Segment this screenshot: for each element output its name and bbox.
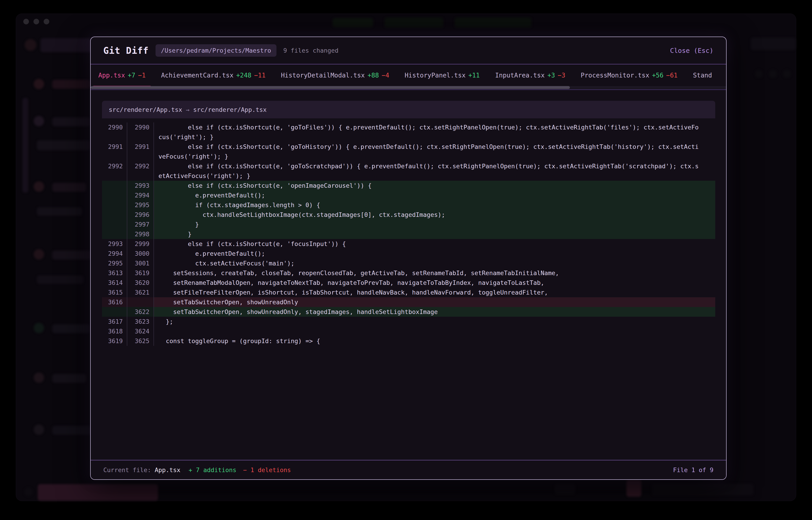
sidebar-item-blob — [22, 98, 28, 193]
tab-deletions: −61 — [666, 72, 678, 79]
diff-row-context: 36183624 — [102, 327, 715, 336]
code-cell: setTabSwitcherOpen, showUnreadOnly — [154, 297, 715, 307]
sidebar-item-blob — [34, 79, 44, 89]
window-close-button[interactable] — [23, 19, 29, 24]
diff-row-context: 36153621 setFileTreeFilterOpen, isShortc… — [102, 288, 715, 297]
old-line-number: 3618 — [102, 327, 127, 336]
new-line-number: 3620 — [127, 278, 154, 288]
old-line-number — [102, 181, 127, 190]
sidebar-item-blob — [52, 374, 86, 383]
diff-row-context: 29902990 else if (ctx.isShortcut(e, 'goT… — [102, 123, 715, 142]
old-line-number — [102, 307, 127, 317]
tab-file-name: ProcessMonitor.tsx — [581, 72, 649, 79]
titlebar-blob — [454, 18, 532, 28]
file-path-from: src/renderer/App.tsx — [109, 106, 182, 113]
new-line-number: 2994 — [127, 190, 154, 200]
repo-path-badge: /Users/pedram/Projects/Maestro — [155, 44, 277, 57]
diff-file-tab[interactable]: InputArea.tsx+3−3 — [487, 64, 573, 86]
top-right-blob — [751, 37, 796, 50]
tab-deletions: −3 — [558, 72, 565, 79]
diff-row-context: 36173623 }; — [102, 317, 715, 327]
sidebar-item-blob — [34, 116, 44, 126]
new-line-number: 2997 — [127, 219, 154, 229]
new-line-number: 3623 — [127, 317, 154, 327]
sidebar-item-blob — [52, 251, 95, 260]
new-line-number: 2991 — [127, 142, 154, 161]
window-controls — [23, 19, 49, 24]
diff-row-added: 2996 ctx.handleSetLightboxImage(ctx.stag… — [102, 210, 715, 219]
old-line-number — [102, 229, 127, 239]
diff-row-added: 3622 setTabSwitcherOpen, showUnreadOnly,… — [102, 307, 715, 317]
titlebar-blob — [385, 18, 443, 28]
old-line-number: 2995 — [102, 258, 127, 268]
old-line-number: 2993 — [102, 239, 127, 249]
code-cell: else if (ctx.isShortcut(e, 'focusInput')… — [154, 239, 715, 249]
file-path-to: src/renderer/App.tsx — [193, 106, 267, 113]
new-line-number: 2999 — [127, 239, 154, 249]
git-diff-header: Git Diff /Users/pedram/Projects/Maestro … — [91, 37, 726, 64]
sidebar-item-blob — [52, 117, 90, 126]
top-right-blob — [755, 70, 763, 78]
git-diff-modal: Git Diff /Users/pedram/Projects/Maestro … — [90, 36, 727, 480]
old-line-number: 2991 — [102, 142, 127, 161]
diff-row-context: 29932999 else if (ctx.isShortcut(e, 'foc… — [102, 239, 715, 249]
tab-deletions: −1 — [138, 72, 146, 79]
tabs-scrollbar-track — [91, 86, 726, 89]
new-line-number: 3625 — [127, 336, 154, 346]
tab-file-name: HistoryPanel.tsx — [404, 72, 466, 79]
diff-row-added: 2997 } — [102, 219, 715, 229]
diff-file-tab[interactable]: AchievementCard.tsx+248−11 — [153, 64, 273, 86]
code-cell: setFileTreeFilterOpen, isShortcut, isTab… — [154, 288, 715, 297]
close-button[interactable]: Close (Esc) — [670, 47, 713, 54]
code-cell: setSessions, createTab, closeTab, reopen… — [154, 268, 715, 278]
diff-row-added: 2995 if (ctx.stagedImages.length > 0) { — [102, 200, 715, 210]
new-line-number: 3622 — [127, 307, 154, 317]
code-cell: const toggleGroup = (groupId: string) =>… — [154, 336, 715, 346]
new-line-number: 2992 — [127, 161, 154, 181]
new-line-number: 3624 — [127, 327, 154, 336]
sidebar-item-blob — [52, 80, 91, 89]
new-line-number: 2990 — [127, 123, 154, 142]
code-cell: e.preventDefault(); — [154, 190, 715, 200]
old-line-number: 3617 — [102, 317, 127, 327]
tab-file-name: Stand — [693, 72, 712, 79]
diff-file-tab[interactable]: App.tsx+7−1 — [91, 64, 153, 86]
diff-row-context: 29922992 else if (ctx.isShortcut(e, 'goT… — [102, 161, 715, 181]
sidebar-item-blob — [34, 181, 44, 192]
diff-file-tab[interactable]: Stand — [685, 64, 719, 86]
top-right-blob — [783, 70, 791, 78]
sidebar-item-blob — [34, 372, 44, 383]
code-cell: if (ctx.stagedImages.length > 0) { — [154, 200, 715, 210]
new-line-number: 3000 — [127, 249, 154, 258]
code-cell: else if (ctx.isShortcut(e, 'openImageCar… — [154, 181, 715, 190]
sidebar-item-blob — [52, 324, 90, 333]
new-line-number: 2996 — [127, 210, 154, 219]
tab-additions: +7 — [128, 72, 136, 79]
diff-row-context: 36143620 setRenameTabModalOpen, navigate… — [102, 278, 715, 288]
old-line-number: 3613 — [102, 268, 127, 278]
old-line-number: 2994 — [102, 249, 127, 258]
top-right-blob — [769, 70, 777, 78]
diff-file-tab[interactable]: ProcessMonitor.tsx+56−61 — [573, 64, 685, 86]
diff-row-context: 29912991 else if (ctx.isShortcut(e, 'goT… — [102, 142, 715, 161]
diff-file-tab[interactable]: HistoryPanel.tsx+11 — [397, 64, 487, 86]
old-line-number: 3614 — [102, 278, 127, 288]
sidebar-item-blob — [52, 426, 93, 435]
old-line-number: 3615 — [102, 288, 127, 297]
tab-file-name: HistoryDetailModal.tsx — [281, 72, 365, 79]
sidebar-item-blob — [52, 183, 86, 192]
tabs-scrollbar-thumb[interactable] — [91, 86, 570, 89]
window-maximize-button[interactable] — [44, 19, 49, 24]
current-file-label: Current file: — [103, 466, 151, 473]
tab-file-name: InputArea.tsx — [495, 72, 545, 79]
old-line-number — [102, 200, 127, 210]
window-minimize-button[interactable] — [33, 19, 39, 24]
diff-file-tab[interactable]: HistoryDetailModal.tsx+88−4 — [273, 64, 397, 86]
file-tabs-area: App.tsx+7−1AchievementCard.tsx+248−11His… — [91, 64, 726, 90]
code-cell: else if (ctx.isShortcut(e, 'goToFiles'))… — [154, 123, 715, 142]
code-cell: } — [154, 219, 715, 229]
sidebar-item-blob — [37, 207, 82, 216]
code-cell: setRenameTabModalOpen, navigateToNextTab… — [154, 278, 715, 288]
diff-row-context: 29953001 ctx.setActiveFocus('main'); — [102, 258, 715, 268]
code-cell: e.preventDefault(); — [154, 249, 715, 258]
